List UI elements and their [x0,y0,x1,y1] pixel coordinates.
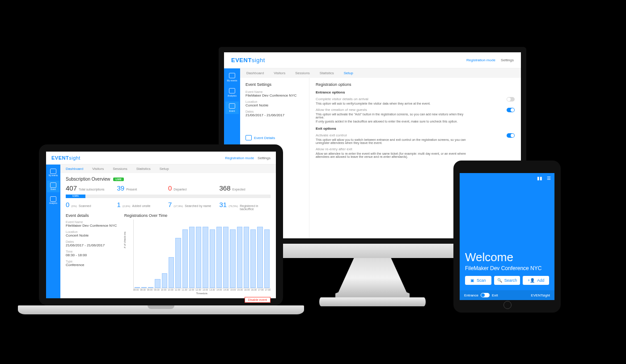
disable-event-button[interactable]: Disable event [245,297,271,303]
label-event-name: Event Name [245,90,304,93]
value-type: Conference [66,263,120,267]
chart-bar [244,227,249,288]
chart-bar [135,287,140,288]
stat-cell: 1(2,6%)Added onsite [117,201,169,211]
details-icon [245,135,252,140]
stats-row-secondary: 0(0%)Scanned1(2,6%)Added onsite7(17,9%)S… [66,201,271,211]
event-settings-title: Event Settings [245,82,304,87]
tab-dashboard[interactable]: Dashboard [66,167,83,171]
exit-options-heading: Exit options [316,127,515,131]
stat-cell: 0(0%)Scanned [66,201,117,211]
chart-bar [203,227,208,288]
chart-title: Registrations Over Time [124,213,271,218]
sidebar-item-analytics[interactable]: Analytics [225,86,239,99]
x-tick: 16:30 [251,288,257,291]
stat-cell: 31(79,5%)Registered in backoffice [220,201,271,211]
tab-sessions[interactable]: Sessions [113,167,127,171]
value-event-name: FileMaker Dev Conference NYC [66,224,120,228]
registration-options-title: Registration options [316,82,515,87]
x-tick: 13:30 [209,288,215,291]
x-tick: 12:00 [189,288,195,291]
sidebar-item-my-events[interactable]: My events [225,71,239,84]
chart-bar [182,229,188,288]
exit-label: Exit [492,293,498,297]
toggle-activate-exit-control[interactable] [507,133,515,138]
toggle-allow-new-guests[interactable] [507,108,515,112]
entrance-exit-toggle[interactable] [481,293,490,297]
tablet-app: ▮▮ ☰ Welcome FileMaker Dev Conference NY… [460,173,554,300]
chart-icon [50,196,56,202]
x-tick: 09:00 [147,288,153,291]
stat-cell: 39Present [117,184,169,192]
stat-cell: 368Expected [220,184,271,192]
menu-icon[interactable]: ☰ [547,176,551,181]
add-button[interactable]: +👤Add [523,276,549,285]
chart-x-label: Timeslots [133,292,271,295]
sidebar-item-my-events[interactable]: My events [47,167,59,178]
value-location: Concert Noble [245,103,304,107]
x-tick: 15:00 [230,288,236,291]
chart-bar [175,238,181,288]
overview-title: Subscription Overview [66,177,110,182]
add-user-icon: +👤 [528,278,535,283]
tab-visitors[interactable]: Visitors [274,71,285,75]
x-tick: 08:00 [133,288,139,291]
x-tick: 10:30 [168,288,173,291]
macbook-screen: EVENTsight Registration modeSettings My … [39,144,283,305]
registration-mode-link[interactable]: Registration mode [466,58,495,62]
tablet-footer: Entrance Exit EVENTsight [460,290,554,300]
live-badge: LIVE [113,178,123,181]
chart-bar [155,279,160,288]
tab-setup[interactable]: Setup [344,71,353,75]
event-details-nav[interactable]: Event Details [245,135,304,140]
tab-statistics[interactable]: Statistics [136,167,151,171]
tab-visitors[interactable]: Visitors [92,167,104,171]
tab-sessions[interactable]: Sessions [295,71,309,75]
x-tick: 11:30 [182,288,187,291]
overview-header: Subscription Overview LIVE [66,177,271,182]
chart-x-ticks: 08:0008:3009:0009:3010:0010:3011:0011:30… [133,288,271,291]
tab-statistics[interactable]: Statistics [320,71,334,75]
stats-icon[interactable]: ▮▮ [537,176,542,181]
x-tick: 12:30 [195,288,201,291]
chart-bar [237,227,242,288]
chart-bar [162,273,167,288]
ipad-device: ▮▮ ☰ Welcome FileMaker Dev Conference NY… [453,161,561,313]
welcome-subtitle: FileMaker Dev Conference NYC [465,265,549,271]
chart-bar [196,227,201,288]
calendar-icon [229,73,235,78]
tab-setup[interactable]: Setup [160,167,169,171]
stat-cell: 407Total subscriptions [66,184,117,192]
x-tick: 17:00 [258,288,264,291]
sidebar-item-event[interactable]: Event [47,181,59,192]
progress-bar: 9,58% [66,195,271,198]
tablet-topbar: ▮▮ ☰ [460,173,554,183]
sidebar-item-analytics[interactable]: Analytics [47,195,59,206]
scan-button[interactable]: ▣Scan [465,276,491,285]
sidebar-item-event[interactable]: Event [225,102,239,114]
registration-mode-link[interactable]: Registration mode [225,156,254,160]
x-tick: 11:00 [175,288,181,291]
desktop-tabs: Dashboard Visitors Sessions Statistics S… [240,68,521,78]
brand-logo: EVENTsight [231,57,265,63]
laptop-header: EVENTsight Registration modeSettings [46,152,276,165]
tablet-action-buttons: ▣Scan 🔍Search +👤Add [465,276,549,285]
laptop-tabs: Dashboard Visitors Sessions Statistics S… [60,165,276,173]
x-tick: 16:00 [244,288,250,291]
laptop-app: EVENTsight Registration modeSettings My … [46,152,276,298]
tab-dashboard[interactable]: Dashboard [246,71,264,75]
x-tick: 14:30 [223,288,229,291]
toggle-complete-visitor-details[interactable] [507,97,515,102]
ipad-home-button[interactable] [503,301,512,309]
search-button[interactable]: 🔍Search [494,276,520,285]
chart-bar [223,227,228,288]
settings-link[interactable]: Settings [501,58,514,62]
chart-bar [216,227,222,288]
footer-brand: EVENTsight [531,293,550,297]
welcome-title: Welcome [465,250,549,264]
value-time: 08:30 - 18:00 [66,253,120,257]
header-links: Registration mode Settings [462,58,514,62]
option-allow-new-guests: Allow the creation of new guestsThis opt… [316,108,515,123]
progress-fill: 9,58% [66,195,85,198]
settings-link[interactable]: Settings [258,156,271,160]
